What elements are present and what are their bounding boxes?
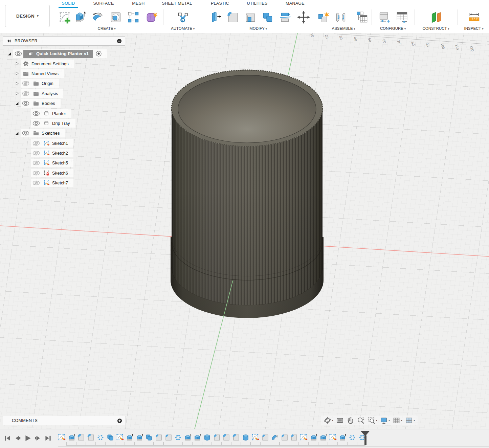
visibility-eye-off-icon[interactable] bbox=[21, 81, 31, 86]
hole-icon[interactable] bbox=[109, 10, 123, 24]
timeline-feature-extrude[interactable] bbox=[310, 434, 317, 441]
fillet-tool-icon[interactable] bbox=[226, 10, 240, 24]
timeline-feature-sketch[interactable] bbox=[58, 434, 66, 441]
grid-settings-icon[interactable]: ▾ bbox=[393, 417, 402, 424]
timeline-feature-chamfer[interactable] bbox=[155, 434, 162, 441]
expander-open-icon[interactable] bbox=[6, 51, 13, 56]
tab-solid[interactable]: SOLID bbox=[62, 1, 75, 6]
visibility-eye-icon[interactable] bbox=[13, 51, 23, 56]
pan-icon[interactable] bbox=[347, 417, 354, 424]
tab-manage[interactable]: MANAGE bbox=[286, 1, 305, 6]
timeline-feature-circular-pattern[interactable] bbox=[349, 434, 356, 441]
tab-plastic[interactable]: PLASTIC bbox=[211, 1, 229, 6]
comments-bar[interactable]: COMMENTS bbox=[3, 416, 126, 425]
expander-closed-icon[interactable] bbox=[13, 61, 21, 66]
browser-row-sketch2[interactable]: Sketch2 bbox=[3, 148, 125, 158]
press-pull-icon[interactable] bbox=[208, 10, 223, 24]
activate-component-radio[interactable] bbox=[96, 51, 102, 57]
timeline-feature-cylinder[interactable] bbox=[203, 434, 211, 441]
timeline-playhead-handle[interactable] bbox=[364, 435, 366, 445]
expander-open-icon[interactable] bbox=[13, 131, 21, 136]
group-label-inspect[interactable]: INSPECT▾ bbox=[464, 26, 484, 30]
timeline-skip-start-button[interactable] bbox=[3, 434, 12, 442]
timeline-feature-combine[interactable] bbox=[145, 434, 153, 441]
new-component-icon[interactable] bbox=[316, 10, 330, 24]
timeline-feature-sketch[interactable] bbox=[252, 434, 259, 441]
timeline-step-back-button[interactable] bbox=[14, 434, 22, 442]
model-planter[interactable] bbox=[169, 70, 325, 320]
timeline-feature-sketch[interactable] bbox=[300, 434, 308, 441]
browser-row-bodies[interactable]: Bodies bbox=[3, 98, 125, 108]
configuration-icon[interactable] bbox=[377, 10, 391, 24]
zoom-icon[interactable] bbox=[357, 417, 365, 424]
timeline-feature-sketch[interactable] bbox=[116, 434, 124, 441]
timeline-feature-fillet[interactable] bbox=[223, 434, 230, 441]
move-copy-icon[interactable] bbox=[296, 10, 311, 24]
shell-icon[interactable] bbox=[243, 10, 258, 24]
tab-mesh[interactable]: MESH bbox=[132, 1, 145, 6]
browser-row-named-views[interactable]: Named Views bbox=[3, 69, 125, 79]
viewports-icon[interactable]: ▾ bbox=[405, 417, 415, 424]
component-pattern-icon[interactable] bbox=[355, 10, 369, 24]
timeline-feature-sketch[interactable] bbox=[329, 434, 337, 441]
timeline-feature-circular-pattern[interactable] bbox=[97, 434, 104, 441]
timeline-feature-extrude[interactable] bbox=[194, 434, 201, 441]
timeline-feature-chamfer[interactable] bbox=[281, 434, 288, 441]
timeline-feature-extrude[interactable] bbox=[319, 434, 327, 441]
visibility-eye-icon[interactable] bbox=[31, 111, 41, 116]
timeline-step-forward-button[interactable] bbox=[34, 434, 42, 442]
group-label-assemble[interactable]: ASSEMBLE▾ bbox=[332, 26, 355, 30]
combine-tool-icon[interactable] bbox=[261, 10, 275, 24]
timeline-play-button[interactable] bbox=[24, 434, 32, 442]
visibility-eye-off-icon[interactable] bbox=[31, 141, 41, 146]
timeline-feature-extrude[interactable] bbox=[68, 434, 75, 441]
browser-row-sketch7[interactable]: Sketch7 bbox=[3, 178, 125, 188]
orbit-icon[interactable]: ▾ bbox=[324, 417, 333, 424]
timeline-scroll-track[interactable] bbox=[58, 446, 489, 447]
create-form-icon[interactable] bbox=[144, 10, 158, 24]
visibility-eye-icon[interactable] bbox=[21, 101, 31, 106]
revolve-icon[interactable] bbox=[91, 10, 105, 24]
look-at-icon[interactable] bbox=[336, 417, 344, 424]
group-label-modify[interactable]: MODIFY▾ bbox=[249, 26, 267, 30]
group-label-create[interactable]: CREATE▾ bbox=[98, 26, 116, 30]
browser-row-quick-locking-planter-v1[interactable]: Quick Locking Planter v1 bbox=[3, 49, 125, 59]
add-comment-icon[interactable] bbox=[117, 418, 122, 423]
visibility-eye-off-icon[interactable] bbox=[21, 91, 31, 96]
browser-row-sketch6[interactable]: Sketch6 bbox=[3, 168, 125, 178]
joint-icon[interactable] bbox=[334, 10, 348, 24]
timeline-feature-combine[interactable] bbox=[107, 434, 114, 441]
browser-row-sketch5[interactable]: Sketch5 bbox=[3, 158, 125, 168]
display-settings-icon[interactable]: ▾ bbox=[380, 417, 390, 424]
browser-header[interactable]: BROWSER bbox=[3, 36, 125, 46]
group-label-configure[interactable]: CONFIGURE▾ bbox=[380, 26, 406, 30]
timeline-feature-fillet[interactable] bbox=[87, 434, 95, 441]
expander-closed-icon[interactable] bbox=[13, 71, 21, 76]
timeline-feature-fillet[interactable] bbox=[232, 434, 240, 441]
timeline-feature-chamfer[interactable] bbox=[165, 434, 172, 441]
visibility-eye-off-icon[interactable] bbox=[31, 171, 41, 176]
visibility-eye-icon[interactable] bbox=[21, 131, 31, 136]
visibility-eye-icon[interactable] bbox=[31, 121, 41, 126]
timeline-feature-extrude[interactable] bbox=[184, 434, 192, 441]
browser-row-origin[interactable]: Origin bbox=[3, 79, 125, 88]
rect-pattern-icon[interactable] bbox=[126, 10, 140, 24]
timeline-feature-circular-pattern[interactable] bbox=[174, 434, 182, 441]
measure-icon[interactable] bbox=[467, 10, 481, 24]
timeline-track[interactable] bbox=[66, 442, 365, 446]
window-zoom-icon[interactable]: ▾ bbox=[368, 417, 377, 424]
tab-surface[interactable]: SURFACE bbox=[93, 1, 114, 6]
group-label-construct[interactable]: CONSTRUCT▾ bbox=[422, 26, 449, 30]
visibility-eye-off-icon[interactable] bbox=[31, 160, 41, 165]
timeline-feature-revolve[interactable] bbox=[271, 434, 279, 441]
expander-closed-icon[interactable] bbox=[13, 91, 21, 96]
automate-icon[interactable] bbox=[176, 10, 190, 24]
expander-open-icon[interactable] bbox=[13, 101, 21, 106]
browser-row-planter[interactable]: Planter bbox=[3, 108, 125, 118]
visibility-eye-off-icon[interactable] bbox=[31, 180, 41, 185]
browser-row-document-settings[interactable]: Document Settings bbox=[3, 59, 125, 68]
timeline-feature-chamfer[interactable] bbox=[213, 434, 221, 441]
timeline-feature-cylinder[interactable] bbox=[242, 434, 249, 441]
split-body-icon[interactable] bbox=[278, 10, 292, 24]
timeline-feature-extrude[interactable] bbox=[339, 434, 346, 441]
